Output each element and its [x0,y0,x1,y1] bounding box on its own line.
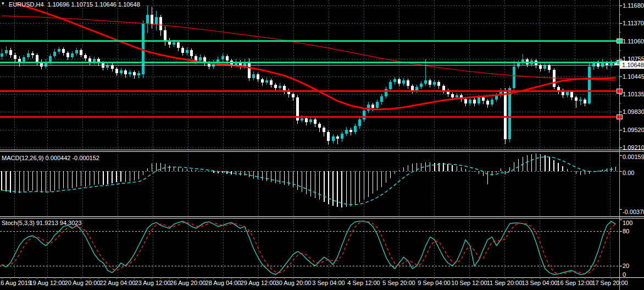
symbol-period-label: EURUSD,H4 [9,1,44,8]
chart-title: EURUSD,H41.10696 1.10715 1.10646 1.10648 [9,1,140,8]
panel-separator[interactable] [0,216,644,218]
time-axis[interactable] [0,278,644,290]
panel-separator[interactable] [0,150,644,152]
subwindow-collapse-icon[interactable]: ▾ [2,0,4,7]
price-panel[interactable] [0,0,619,149]
trading-chart-window: 1.116801.113701.110601.107551.104451.101… [0,0,644,290]
price-axis[interactable] [620,0,644,277]
macd-name: MACD(12,26,9) [2,155,43,161]
stoch-name: Stoch(5,3,3) [2,220,35,226]
macd-indicator-label: MACD(12,26,9) 0.000442 -0.000152 [2,155,99,161]
stoch-values: 91.9213 94.3023 [36,220,82,226]
stoch-panel[interactable] [0,220,619,277]
ohlc-values: 1.10696 1.10715 1.10646 1.10648 [48,1,140,8]
stoch-indicator-label: Stoch(5,3,3) 91.9213 94.3023 [2,220,82,226]
macd-panel[interactable] [0,152,619,216]
macd-values: 0.000442 -0.000152 [45,155,99,161]
